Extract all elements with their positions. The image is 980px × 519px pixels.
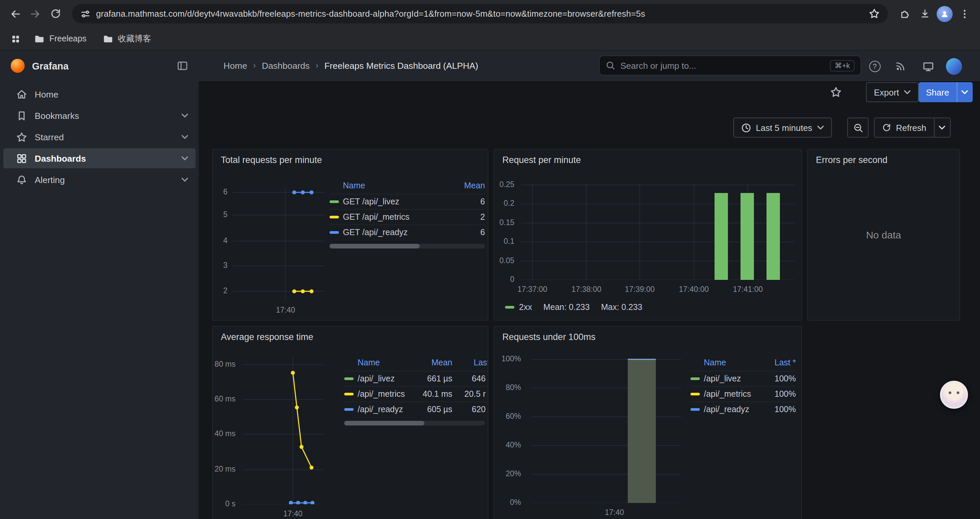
breadcrumb-separator: › xyxy=(315,61,318,70)
legend-series[interactable]: 2xx xyxy=(519,303,532,312)
chevron-down-icon[interactable] xyxy=(181,135,188,139)
legend-row[interactable]: /api/_livez100% xyxy=(690,371,796,386)
bookmark-label: Freeleaps xyxy=(49,34,86,43)
legend-header-last[interactable]: Last * xyxy=(761,358,796,367)
url-bar[interactable]: grafana.mathmast.com/d/deytv4rwavabkb/fr… xyxy=(72,4,888,23)
browser-menu-icon[interactable] xyxy=(955,4,975,24)
back-button[interactable] xyxy=(5,4,25,24)
y-axis: 80 ms 60 ms 40 ms 20 ms 0 s xyxy=(213,327,238,519)
dashboard-canvas: Export Share Last 5 minutes Refresh xyxy=(199,81,980,519)
extensions-icon[interactable] xyxy=(895,4,915,24)
breadcrumb-home[interactable]: Home xyxy=(223,61,247,70)
legend-table: NameLast * /api/_livez100% /api/_metrics… xyxy=(690,355,796,417)
bookmark-folder-blogs[interactable]: 收藏博客 xyxy=(96,30,157,48)
profile-button[interactable] xyxy=(935,4,955,24)
bookmark-folder-freeleaps[interactable]: Freeleaps xyxy=(28,30,92,48)
apps-grid-icon[interactable] xyxy=(7,30,24,48)
refresh-button[interactable]: Refresh xyxy=(874,118,950,137)
search-input[interactable] xyxy=(620,61,824,70)
chevron-down-icon xyxy=(817,126,824,129)
scrollbar-thumb[interactable] xyxy=(344,421,425,425)
bell-icon xyxy=(16,174,27,185)
legend-header-name[interactable]: Name xyxy=(343,181,452,190)
legend-row[interactable]: GET /api/_readyz6 xyxy=(329,224,485,240)
legend-scrollbar[interactable] xyxy=(329,244,485,249)
chevron-down-icon[interactable] xyxy=(956,82,972,102)
sidebar-item-bookmarks[interactable]: Bookmarks xyxy=(3,105,196,126)
legend-header-last[interactable]: Last * xyxy=(452,358,488,367)
zoom-out-button[interactable] xyxy=(847,118,869,137)
legend-row[interactable]: /api/_readyz100% xyxy=(690,401,796,417)
scrollbar-thumb[interactable] xyxy=(329,244,420,249)
brand-row: Grafana xyxy=(0,51,199,81)
user-avatar[interactable] xyxy=(946,58,962,74)
sidebar-item-alerting[interactable]: Alerting xyxy=(3,170,196,190)
site-settings-icon[interactable] xyxy=(80,8,91,19)
legend-scrollbar[interactable] xyxy=(344,421,485,425)
chevron-down-icon[interactable] xyxy=(181,156,188,160)
series-swatch xyxy=(329,200,339,203)
url-text: grafana.mathmast.com/d/deytv4rwavabkb/fr… xyxy=(96,9,863,19)
time-range-picker[interactable]: Last 5 minutes xyxy=(733,118,832,137)
timeseries-chart[interactable] xyxy=(243,357,323,504)
legend-header-mean[interactable]: Mean xyxy=(414,358,452,367)
help-button[interactable]: ? xyxy=(867,58,883,74)
profile-avatar xyxy=(937,6,953,22)
chevron-down-icon[interactable] xyxy=(181,178,188,182)
panel-request-per-minute: Request per minute 0.25 0.2 0.15 0.1 0.0… xyxy=(494,149,802,321)
reload-button[interactable] xyxy=(45,4,65,24)
share-button[interactable]: Share xyxy=(919,82,972,102)
legend-row[interactable]: /api/_metrics100% xyxy=(690,386,796,401)
search-box[interactable]: ⌘+k xyxy=(599,56,861,75)
x-axis-tick: 17:40 xyxy=(605,508,624,516)
legend-row[interactable]: /api/_readyz605 µs620 xyxy=(344,401,488,417)
legend-mean: Mean: 0.233 xyxy=(543,303,590,312)
sidebar-item-home[interactable]: Home xyxy=(3,84,196,104)
clock-icon xyxy=(741,123,751,133)
legend-row[interactable]: GET /api/_livez6 xyxy=(329,194,485,209)
sidebar-item-starred[interactable]: Starred xyxy=(3,127,196,147)
legend-row[interactable]: /api/_livez661 µs646 xyxy=(344,371,488,386)
x-axis-tick: 17:39:00 xyxy=(625,285,655,293)
assistant-avatar-button[interactable] xyxy=(940,381,968,409)
kiosk-monitor-icon[interactable] xyxy=(920,58,936,74)
series-swatch xyxy=(344,393,353,395)
folder-icon xyxy=(34,34,45,44)
grafana-logo[interactable] xyxy=(11,59,25,73)
breadcrumb-separator: › xyxy=(253,61,256,70)
legend-row[interactable]: GET /api/_metrics2 xyxy=(329,209,485,224)
panel-errors-per-second: Errors per second No data xyxy=(807,149,960,321)
timeseries-chart[interactable] xyxy=(233,186,325,302)
panel-title[interactable]: Total requests per minute xyxy=(221,155,322,165)
brand-name: Grafana xyxy=(32,61,169,71)
legend-row[interactable]: /api/_metrics40.1 ms20.5 r xyxy=(344,386,488,401)
sidebar: Grafana Home Bookmarks Starred Dashboard… xyxy=(0,51,199,519)
favorite-star-icon[interactable] xyxy=(830,86,842,98)
forward-button[interactable] xyxy=(25,4,45,24)
series-swatch xyxy=(329,231,339,234)
grafana-header: Home › Dashboards › Freeleaps Metrics Da… xyxy=(199,51,980,81)
dashboards-icon xyxy=(16,153,27,164)
chevron-down-icon xyxy=(904,90,910,94)
series-swatch xyxy=(329,216,339,219)
chevron-down-icon[interactable] xyxy=(181,113,188,118)
breadcrumb-dashboards[interactable]: Dashboards xyxy=(262,61,310,70)
browser-toolbar: grafana.mathmast.com/d/deytv4rwavabkb/fr… xyxy=(0,0,980,27)
legend-header-name[interactable]: Name xyxy=(358,358,414,367)
x-axis-tick: 17:37:00 xyxy=(517,285,547,293)
zoom-out-icon xyxy=(853,123,863,133)
sidebar-item-dashboards[interactable]: Dashboards xyxy=(3,148,196,168)
export-button[interactable]: Export xyxy=(866,82,918,102)
bookmark-star-icon[interactable] xyxy=(869,8,880,19)
legend-header-mean[interactable]: Mean xyxy=(452,181,485,190)
x-axis-tick: 17:40 xyxy=(283,509,302,517)
chevron-down-icon[interactable] xyxy=(934,118,950,137)
sidebar-toggle-icon[interactable] xyxy=(177,60,188,72)
legend-header-name[interactable]: Name xyxy=(704,358,761,367)
bar-chart[interactable] xyxy=(521,183,795,280)
x-axis-tick: 17:40:00 xyxy=(679,285,709,293)
news-rss-icon[interactable] xyxy=(892,58,908,74)
downloads-icon[interactable] xyxy=(915,4,935,24)
bar-chart[interactable] xyxy=(531,357,681,503)
browser-window: grafana.mathmast.com/d/deytv4rwavabkb/fr… xyxy=(0,0,980,519)
